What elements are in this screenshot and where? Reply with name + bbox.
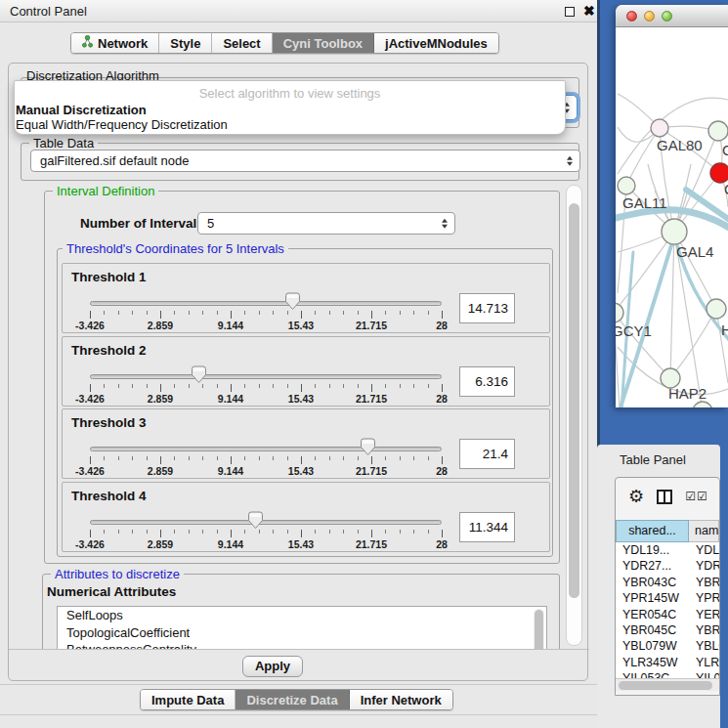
column-header-shared[interactable]: shared... <box>616 520 689 542</box>
tab-jactivemnodules[interactable]: jActiveMNodules <box>374 33 498 53</box>
apply-button[interactable]: Apply <box>242 656 303 677</box>
network-node-gcy1[interactable] <box>616 303 623 322</box>
network-node-c[interactable] <box>710 163 728 183</box>
slider-thumb[interactable] <box>360 438 376 456</box>
cell-name: YLR34 <box>689 655 719 670</box>
tab-impute-data[interactable]: Impute Data <box>141 690 236 709</box>
table-row[interactable]: YBL079WYBL07 <box>616 638 719 654</box>
slider-tick-label: 15.43 <box>272 465 330 477</box>
slider-track[interactable] <box>90 447 442 451</box>
slider-tick <box>358 456 359 460</box>
network-node-gal80[interactable] <box>651 119 668 137</box>
slider-tick-label: 21.715 <box>342 538 401 550</box>
slider-tick <box>301 384 302 392</box>
slider-tick <box>217 456 218 460</box>
slider-tick <box>273 384 274 388</box>
checkbox-icons[interactable]: ☑☑ <box>685 490 708 503</box>
slider-track[interactable] <box>90 301 442 306</box>
table-data-combo[interactable]: galFiltered.sif default node <box>30 150 580 172</box>
slider-tick <box>90 311 91 319</box>
attribute-item-topologicalcoefficient[interactable]: TopologicalCoefficient <box>58 624 546 642</box>
slider-tick <box>358 384 359 388</box>
slider-tick <box>287 311 288 315</box>
popup-item-manual-discretization[interactable]: Manual Discretization <box>15 103 565 117</box>
slider-tick <box>174 530 175 534</box>
slider-track[interactable] <box>90 374 442 379</box>
network-node-gal4[interactable] <box>662 219 687 244</box>
slider-tick <box>259 311 260 315</box>
scrollbar-thumb[interactable] <box>569 203 579 598</box>
tab-infer-network[interactable]: Infer Network <box>350 690 452 709</box>
tab-discretize-data[interactable]: Discretize Data <box>236 690 349 709</box>
threshold-value-field[interactable]: 14.713 <box>459 293 515 323</box>
network-edge <box>670 309 716 378</box>
table-row[interactable]: YBR045CYBR04 <box>616 622 719 638</box>
minimize-traffic-icon[interactable] <box>644 11 655 21</box>
combo-arrows-icon <box>442 218 448 229</box>
attribute-item-selfloops[interactable]: SelfLoops <box>58 607 546 624</box>
slider-tick-label: 9.144 <box>201 393 260 405</box>
network-node-label: HAP2 <box>668 385 707 402</box>
slider-tick <box>202 311 203 315</box>
split-view-icon[interactable] <box>657 490 672 504</box>
network-node[interactable] <box>693 402 712 407</box>
network-canvas[interactable]: GAL80GACGAL11GAL4GCY1HHAP2 <box>616 27 728 407</box>
slider-tick-label: 9.144 <box>201 320 260 331</box>
table-row[interactable]: YDL19...YDL19 <box>616 542 719 558</box>
slider-tick <box>118 311 119 315</box>
cell-shared-name: YBR043C <box>616 575 689 590</box>
network-node-h[interactable] <box>707 299 726 319</box>
slider-tick <box>244 384 245 388</box>
tab-select[interactable]: Select <box>212 33 272 53</box>
settings-vertical-scrollbar[interactable] <box>566 185 582 646</box>
column-header-name[interactable]: name <box>689 520 719 542</box>
slider-tick <box>231 311 232 319</box>
table-row[interactable]: YLR345WYLR34 <box>616 655 719 670</box>
num-intervals-value: 5 <box>207 216 214 231</box>
threshold-value-field[interactable]: 6.316 <box>459 366 515 397</box>
tab-label: Network <box>98 36 148 51</box>
gear-icon[interactable]: ⚙ <box>628 488 644 505</box>
num-intervals-combo[interactable]: 5 <box>197 212 455 235</box>
table-data-value: galFiltered.sif default node <box>40 153 189 168</box>
table-row[interactable]: YPR145WYPR14 <box>616 590 719 606</box>
network-node-label: GAL4 <box>676 243 713 260</box>
bottom-tab-bar: Impute DataDiscretize DataInfer Network <box>140 689 453 710</box>
cell-shared-name: YPR145W <box>616 590 689 606</box>
close-traffic-icon[interactable] <box>626 11 637 21</box>
slider-tick <box>343 384 344 388</box>
numerical-attributes-list[interactable]: SelfLoopsTopologicalCoefficientBetweenne… <box>57 606 547 650</box>
slider-thumb[interactable] <box>247 511 264 530</box>
slider-thumb[interactable] <box>191 365 207 384</box>
close-icon[interactable]: ✖ <box>583 3 595 19</box>
table-row[interactable]: YER054CYER05 <box>616 607 719 622</box>
tab-network[interactable]: Network <box>71 33 159 53</box>
table-row[interactable]: YBR043CYBR04 <box>616 575 719 590</box>
slider-thumb[interactable] <box>284 292 301 311</box>
slider-tick <box>202 456 203 460</box>
network-node-gal11[interactable] <box>618 177 635 194</box>
network-view-window[interactable]: GAL80GACGAL11GAL4GCY1HHAP2 <box>616 5 728 407</box>
tab-cyni-toolbox[interactable]: Cyni Toolbox <box>273 33 374 53</box>
slider-tick <box>385 530 386 534</box>
slider-tick <box>104 530 105 534</box>
slider-track[interactable] <box>90 520 442 525</box>
tab-style[interactable]: Style <box>159 33 212 53</box>
network-node-ga[interactable] <box>708 121 728 141</box>
threshold-value-field[interactable]: 21.4 <box>459 439 515 469</box>
slider-tick <box>132 456 133 460</box>
threshold-value-field[interactable]: 11.344 <box>459 512 515 542</box>
slider-tick <box>442 456 443 464</box>
slider-tick <box>259 530 260 534</box>
slider-tick-label: -3.426 <box>61 465 119 477</box>
horizontal-scrollbar[interactable] <box>616 678 719 691</box>
table-row[interactable]: YDR27...YDR27 <box>616 558 719 574</box>
slider-tick-label: 2.859 <box>131 320 190 331</box>
node-table-window: ⚙ ☑☑ shared...name YDL19...YDL19YDR27...… <box>615 477 720 696</box>
list-scrollbar[interactable] <box>534 609 544 650</box>
zoom-traffic-icon[interactable] <box>662 11 672 21</box>
popup-item-equal-width[interactable]: Equal Width/Frequency Discretization <box>15 117 565 132</box>
float-window-icon[interactable] <box>565 7 575 17</box>
divider <box>0 684 597 685</box>
scrollbar-thumb[interactable] <box>619 681 712 690</box>
